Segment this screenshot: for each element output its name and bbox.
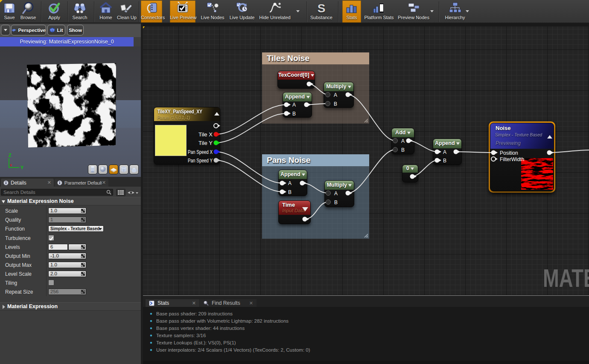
svg-text:Y: Y bbox=[20, 165, 24, 170]
svg-text:B: B bbox=[292, 111, 296, 117]
svg-text:A: A bbox=[334, 191, 338, 196]
svg-text:Tile X: Tile X bbox=[198, 132, 213, 138]
svg-text:A: A bbox=[334, 92, 337, 98]
svg-text:Tile Y: Tile Y bbox=[198, 140, 213, 146]
svg-text:A: A bbox=[292, 102, 296, 108]
svg-text:Pan Speed Y: Pan Speed Y bbox=[188, 158, 213, 164]
svg-text:A: A bbox=[288, 180, 292, 186]
svg-text:Position: Position bbox=[500, 150, 518, 156]
svg-text:S: S bbox=[318, 2, 326, 14]
svg-text:B: B bbox=[401, 147, 405, 153]
svg-text:Z: Z bbox=[9, 153, 12, 158]
svg-text:B: B bbox=[334, 199, 338, 205]
svg-text:B: B bbox=[288, 189, 292, 195]
svg-text:B: B bbox=[334, 101, 337, 107]
svg-text:A: A bbox=[443, 149, 446, 155]
svg-text:B: B bbox=[443, 158, 446, 164]
svg-text:x: x bbox=[10, 163, 12, 167]
svg-text:A: A bbox=[401, 138, 405, 144]
svg-text:FilterWidth: FilterWidth bbox=[500, 156, 524, 162]
svg-text:Pan Speed X: Pan Speed X bbox=[188, 149, 213, 155]
